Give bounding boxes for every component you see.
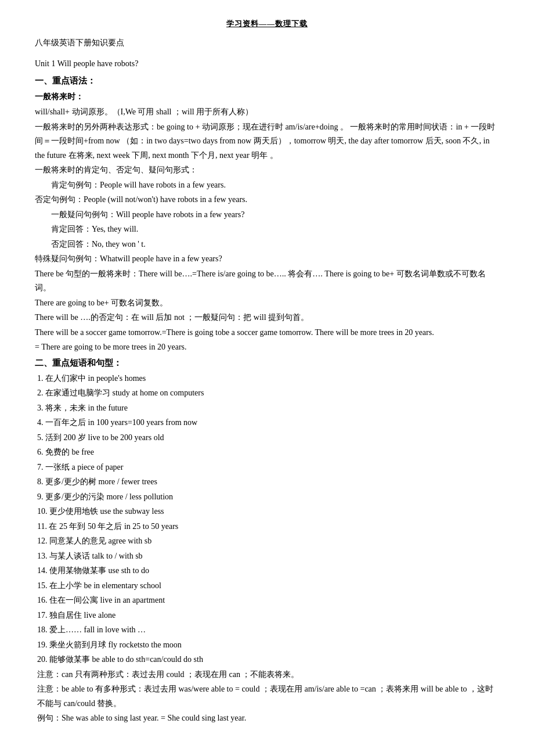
phrase-item-0: 1. 在人们家中 in people's homes [37,372,499,386]
phrase-item-9: 10. 更少使用地铁 use the subway less [37,505,499,519]
grammar-line-10: There are going to be+ 可数名词复数。 [35,296,499,311]
phrase-item-22: 例句：She was able to sing last year. = She… [37,711,499,726]
unit-title: Unit 1 Will people have robots? [35,57,499,71]
phrase-item-8: 9. 更多/更少的污染 more / less pollution [37,490,499,505]
phrase-item-13: 14. 使用某物做某事 use sth to do [37,564,499,578]
grammar-line-11: There will be ….的否定句：在 will 后加 not ；一般疑问… [35,311,499,325]
phrase-item-7: 8. 更多/更少的树 more / fewer trees [37,475,499,489]
phrase-item-18: 19. 乘坐火箭到月球 fly rocketsto the moon [37,638,499,653]
grammar-line-9: There be 句型的一般将来时：There will be….=There … [35,267,499,296]
grammar-line-8: 特殊疑问句例句：Whatwill people have in a few ye… [35,252,499,267]
header-title: 学习资料——数理下载 [35,17,499,30]
grammar-line-3: 肯定句例句：People will have robots in a few y… [51,178,499,193]
section2-heading: 二、重点短语和句型： [35,355,499,370]
page-title: 八年级英语下册知识要点 [35,36,499,50]
phrase-item-14: 15. 在上小学 be in elementary school [37,579,499,593]
grammar-line-0: will/shall+ 动词原形。（I,We 可用 shall ；will 用于… [35,105,499,120]
phrase-item-10: 11. 在 25 年到 50 年之后 in 25 to 50 years [37,520,499,534]
phrase-item-5: 6. 免费的 be free [37,445,499,460]
phrase-item-1: 2. 在家通过电脑学习 study at home on computers [37,386,499,401]
phrase-item-3: 4. 一百年之后 in 100 years=100 years from now [37,416,499,430]
phrase-item-12: 13. 与某人谈话 talk to / with sb [37,549,499,564]
grammar-content: will/shall+ 动词原形。（I,We 可用 shall ；will 用于… [35,105,499,355]
phrase-item-19: 20. 能够做某事 be able to do sth=can/could do… [37,653,499,667]
phrase-item-20: 注意：can 只有两种形式：表过去用 could ；表现在用 can ；不能表将… [37,668,499,682]
phrase-item-6: 7. 一张纸 a piece of paper [37,460,499,475]
phrase-item-21: 注意：be able to 有多种形式：表过去用 was/were able t… [37,682,499,711]
phrase-item-17: 18. 爱上…… fall in love with … [37,623,499,638]
phrase-item-15: 16. 住在一间公寓 live in an apartment [37,593,499,608]
phrases-content: 1. 在人们家中 in people's homes2. 在家通过电脑学习 st… [35,372,499,726]
phrase-item-4: 5. 活到 200 岁 live to be 200 years old [37,431,499,445]
grammar-line-4: 否定句例句：People (will not/won't) have robot… [35,193,499,207]
grammar-title: 一般将来时： [35,90,499,105]
phrase-item-16: 17. 独自居住 live alone [37,609,499,623]
grammar-line-1: 一般将来时的另外两种表达形式：be going to + 动词原形；现在进行时 … [35,120,499,163]
phrase-item-2: 3. 将来，未来 in the future [37,401,499,416]
grammar-line-7: 否定回答：No, they won ' t. [51,237,499,252]
grammar-line-6: 肯定回答：Yes, they will. [51,222,499,237]
grammar-line-2: 一般将来时的肯定句、否定句、疑问句形式： [35,163,499,178]
grammar-line-12: There will be a soccer game tomorrow.=Th… [35,326,499,340]
section1-heading: 一、重点语法： [35,73,499,88]
phrase-item-11: 12. 同意某人的意见 agree with sb [37,534,499,549]
grammar-line-13: = There are going to be more trees in 20… [35,340,499,355]
grammar-line-5: 一般疑问句例句：Will people have robots in a few… [51,208,499,222]
